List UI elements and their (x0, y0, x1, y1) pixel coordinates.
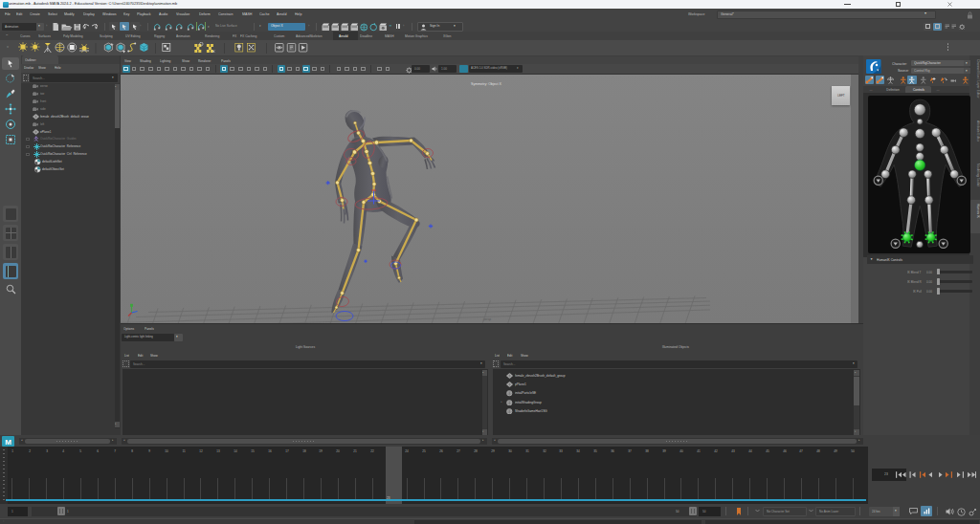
svg-text:Human IK: Human IK (976, 204, 980, 219)
svg-text:Channel Box / Layer Editor: Channel Box / Layer Editor (976, 59, 980, 98)
svg-text:Attribute Editor: Attribute Editor (976, 120, 980, 142)
svg-text:M: M (5, 437, 11, 446)
svg-text:Modeling Toolkit: Modeling Toolkit (976, 164, 980, 186)
